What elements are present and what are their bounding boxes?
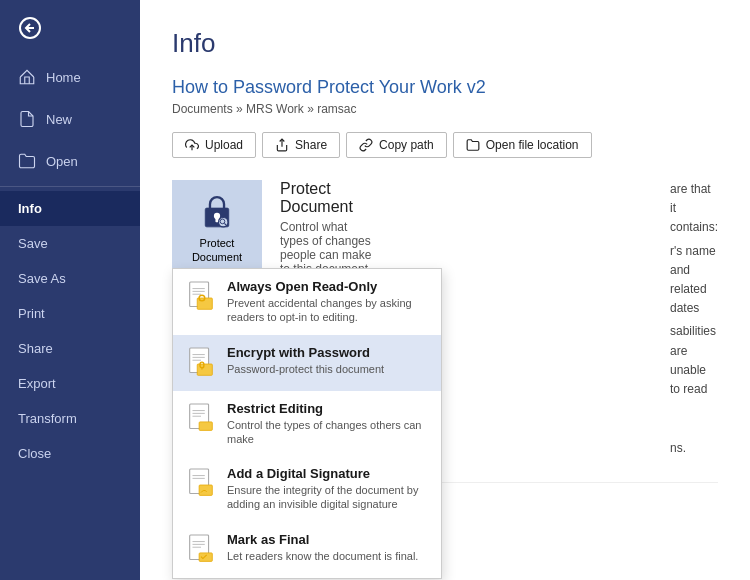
sidebar-item-save[interactable]: Save [0, 226, 140, 261]
sidebar-item-share[interactable]: Share [0, 331, 140, 366]
dropdown-item-restrict-text: Restrict Editing Control the types of ch… [227, 401, 427, 447]
sidebar-save-as-label: Save As [18, 271, 66, 286]
sidebar-item-print[interactable]: Print [0, 296, 140, 331]
final-title: Mark as Final [227, 532, 418, 547]
sidebar-item-transform[interactable]: Transform [0, 401, 140, 436]
sidebar-new-label: New [46, 112, 72, 127]
sidebar-export-label: Export [18, 376, 56, 391]
dropdown-item-signature-text: Add a Digital Signature Ensure the integ… [227, 466, 427, 512]
signature-title: Add a Digital Signature [227, 466, 427, 481]
share-label: Share [295, 138, 327, 152]
sidebar-info-label: Info [18, 201, 42, 216]
read-only-title: Always Open Read-Only [227, 279, 427, 294]
sidebar-close-label: Close [18, 446, 51, 461]
sidebar-transform-label: Transform [18, 411, 77, 426]
dropdown-item-encrypt-text: Encrypt with Password Password-protect t… [227, 345, 384, 376]
dropdown-item-final-text: Mark as Final Let readers know the docum… [227, 532, 418, 563]
restrict-title: Restrict Editing [227, 401, 427, 416]
sidebar-home-label: Home [46, 70, 81, 85]
main-content-area: Info How to Password Protect Your Work v… [140, 0, 750, 580]
page-title: Info [172, 28, 718, 59]
upload-button[interactable]: Upload [172, 132, 256, 158]
dropdown-item-read-only-text: Always Open Read-Only Prevent accidental… [227, 279, 427, 325]
sidebar-share-label: Share [18, 341, 53, 356]
protect-dropdown-menu: Always Open Read-Only Prevent accidental… [172, 268, 442, 579]
sidebar-save-label: Save [18, 236, 48, 251]
restrict-desc: Control the types of changes others can … [227, 418, 427, 447]
dropdown-item-read-only[interactable]: Always Open Read-Only Prevent accidental… [173, 269, 441, 335]
dropdown-item-encrypt[interactable]: Encrypt with Password Password-protect t… [173, 335, 441, 391]
read-only-desc: Prevent accidental changes by asking rea… [227, 296, 427, 325]
sidebar-item-close[interactable]: Close [0, 436, 140, 471]
copy-path-button[interactable]: Copy path [346, 132, 447, 158]
sidebar-item-export[interactable]: Export [0, 366, 140, 401]
encrypt-desc: Password-protect this document [227, 362, 384, 376]
sidebar-print-label: Print [18, 306, 45, 321]
dropdown-item-signature[interactable]: Add a Digital Signature Ensure the integ… [173, 456, 441, 522]
final-desc: Let readers know the document is final. [227, 549, 418, 563]
open-location-label: Open file location [486, 138, 579, 152]
protect-section: ProtectDocument ▾ Protect Document Contr… [172, 180, 718, 462]
share-button[interactable]: Share [262, 132, 340, 158]
svg-rect-22 [201, 366, 202, 369]
sidebar-item-open[interactable]: Open [0, 140, 140, 182]
breadcrumb: Documents » MRS Work » ramsac [172, 102, 718, 116]
sidebar-item-save-as[interactable]: Save As [0, 261, 140, 296]
back-button[interactable] [0, 0, 140, 56]
sidebar-item-new[interactable]: New [0, 98, 140, 140]
svg-rect-31 [199, 485, 212, 495]
upload-label: Upload [205, 138, 243, 152]
sidebar-open-label: Open [46, 154, 78, 169]
dropdown-item-final[interactable]: Mark as Final Let readers know the docum… [173, 522, 441, 578]
signature-desc: Ensure the integrity of the document by … [227, 483, 427, 512]
protect-title: Protect Document [280, 180, 372, 216]
sidebar-item-home[interactable]: Home [0, 56, 140, 98]
document-title: How to Password Protect Your Work v2 [172, 77, 718, 98]
svg-rect-27 [199, 421, 212, 430]
sidebar: Home New Open Info Save Save As Print Sh… [0, 0, 140, 580]
info-right-text: are that it contains: r's name and relat… [670, 180, 718, 462]
encrypt-title: Encrypt with Password [227, 345, 384, 360]
copy-path-label: Copy path [379, 138, 434, 152]
open-location-button[interactable]: Open file location [453, 132, 592, 158]
toolbar: Upload Share Copy path [172, 132, 718, 158]
dropdown-item-restrict[interactable]: Restrict Editing Control the types of ch… [173, 391, 441, 457]
sidebar-item-info[interactable]: Info [0, 191, 140, 226]
protect-description: Protect Document Control what types of c… [280, 180, 372, 276]
